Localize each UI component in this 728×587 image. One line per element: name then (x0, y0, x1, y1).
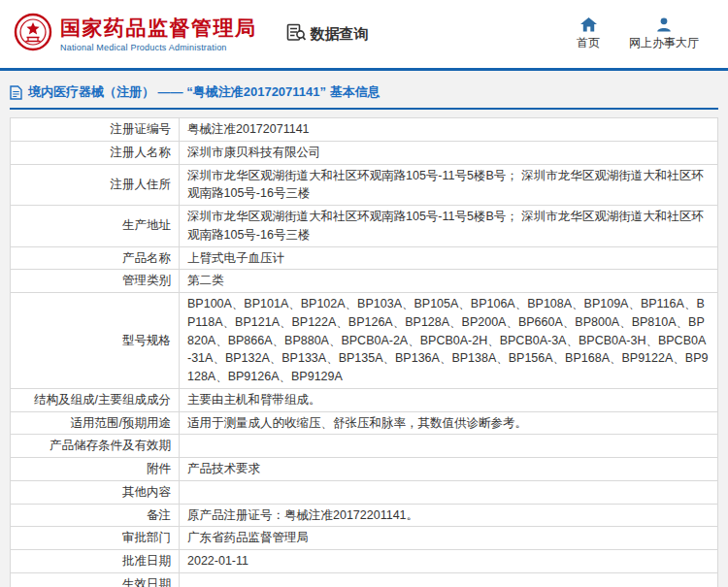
row-label: 产品储存条件及有效期 (11, 435, 180, 458)
document-icon (10, 85, 22, 100)
row-label-text: 适用范围/预期用途 (71, 416, 171, 430)
row-value: 广东省药品监督管理局 (180, 527, 718, 550)
table-row: 管理类别第二类 (11, 270, 718, 293)
row-value (180, 480, 718, 504)
row-label: 备注 (11, 504, 180, 527)
info-table: 注册证编号粤械注准20172071141注册人名称深圳市康贝科技有限公司注册人住… (10, 117, 718, 587)
site-subtitle: National Medical Products Administration (60, 43, 257, 52)
table-row: 适用范围/预期用途适用于测量成人的收缩压、舒张压和脉率，其数值供诊断参考。 (11, 411, 718, 435)
table-row: 备注原产品注册证号：粤械注准20172201141。 (11, 504, 718, 527)
row-label: 审批部门 (11, 527, 180, 550)
row-label: 批准日期 (11, 550, 180, 573)
home-icon (580, 16, 597, 32)
data-query-icon (286, 23, 306, 45)
row-label: 生效日期 (11, 572, 180, 587)
row-label: 注册证编号 (11, 118, 180, 142)
row-label-text: 其他内容 (122, 485, 171, 499)
row-label: 管理类别 (11, 270, 180, 293)
row-value: 深圳市龙华区观湖街道大和社区环观南路105号-11号5楼B号； 深圳市龙华区观湖… (180, 164, 718, 206)
row-label: 适用范围/预期用途 (11, 411, 180, 435)
logo-text: 国家药品监督管理局 National Medical Products Admi… (60, 16, 257, 51)
row-label-text: 审批部门 (122, 531, 171, 544)
row-value: 上臂式电子血压计 (180, 246, 718, 270)
table-row: 注册证编号粤械注准20172071141 (11, 118, 718, 142)
nav-service-hall-label: 网上办事大厅 (629, 35, 699, 51)
table-row: 生产地址深圳市龙华区观湖街道大和社区环观南路105号-11号5楼B号； 深圳市龙… (11, 206, 718, 247)
row-value (180, 435, 718, 458)
table-row: 结构及组成/主要组成成分主要由主机和臂带组成。 (11, 388, 718, 411)
row-value: 粤械注准20172071141 (180, 118, 718, 142)
table-row: 产品名称上臂式电子血压计 (11, 246, 718, 270)
data-query-label: 数据查询 (311, 25, 369, 44)
row-value: 主要由主机和臂带组成。 (180, 388, 718, 411)
row-label: 生产地址 (11, 206, 180, 247)
row-value (180, 572, 718, 587)
row-label-text: 型号规格 (122, 334, 171, 347)
nav-home[interactable]: 首页 (577, 16, 600, 51)
national-emblem-logo (14, 12, 52, 56)
row-label-text: 批准日期 (122, 554, 171, 568)
row-value: 深圳市龙华区观湖街道大和社区环观南路105号-11号5楼B号； 深圳市龙华区观湖… (180, 206, 718, 247)
content-area: 境内医疗器械（注册） —— “粤械注准20172071141” 基本信息 注册证… (0, 83, 728, 587)
row-label: 产品名称 (11, 246, 180, 270)
page: 国家药品监督管理局 National Medical Products Admi… (0, 0, 728, 587)
table-row: 注册人住所深圳市龙华区观湖街道大和社区环观南路105号-11号5楼B号； 深圳市… (11, 164, 718, 206)
table-row: 附件产品技术要求 (11, 458, 718, 481)
row-label-text: 产品名称 (122, 251, 171, 265)
row-label-text: 附件 (147, 462, 171, 475)
row-value: 2022-01-11 (180, 550, 718, 573)
nav-service-hall[interactable]: 网上办事大厅 (629, 16, 699, 51)
row-label-text: 产品储存条件及有效期 (50, 439, 171, 452)
row-label: 结构及组成/主要组成成分 (11, 388, 180, 411)
row-label: 注册人住所 (11, 164, 180, 206)
row-label-text: 注册证编号 (111, 122, 172, 136)
row-label-text: 注册人名称 (111, 146, 172, 159)
table-row: 生效日期 (11, 572, 718, 587)
data-query-tab[interactable]: 数据查询 (286, 23, 369, 45)
row-value: 产品技术要求 (180, 458, 718, 481)
row-value: 第二类 (180, 270, 718, 293)
row-label-text: 备注 (147, 508, 171, 522)
row-label-text: 注册人住所 (111, 178, 172, 191)
person-icon (656, 16, 672, 32)
nav-home-label: 首页 (577, 35, 600, 51)
table-row: 其他内容 (11, 480, 718, 504)
header-nav: 首页 网上办事大厅 (577, 16, 714, 51)
row-label-text: 管理类别 (122, 274, 171, 287)
table-row: 批准日期2022-01-11 (11, 550, 718, 573)
row-label: 注册人名称 (11, 141, 180, 164)
breadcrumb: 境内医疗器械（注册） —— “粤械注准20172071141” 基本信息 (10, 83, 718, 110)
row-label-text: 生产地址 (122, 218, 171, 232)
row-value: 适用于测量成人的收缩压、舒张压和脉率，其数值供诊断参考。 (180, 411, 718, 435)
info-table-body: 注册证编号粤械注准20172071141注册人名称深圳市康贝科技有限公司注册人住… (11, 118, 718, 587)
table-row: 型号规格BP100A、BP101A、BP102A、BP103A、BP105A、B… (11, 293, 718, 389)
table-row: 审批部门广东省药品监督管理局 (11, 527, 718, 550)
row-value: BP100A、BP101A、BP102A、BP103A、BP105A、BP106… (180, 293, 718, 389)
table-row: 注册人名称深圳市康贝科技有限公司 (11, 141, 718, 164)
row-label: 其他内容 (11, 480, 180, 504)
site-logo[interactable]: 国家药品监督管理局 National Medical Products Admi… (14, 12, 257, 56)
row-label: 附件 (11, 458, 180, 481)
row-value: 深圳市康贝科技有限公司 (180, 141, 718, 164)
row-label-text: 生效日期 (122, 577, 171, 587)
breadcrumb-text: 境内医疗器械（注册） —— “粤械注准20172071141” 基本信息 (28, 83, 381, 101)
row-label: 型号规格 (11, 293, 180, 389)
site-header: 国家药品监督管理局 National Medical Products Admi… (0, 0, 728, 71)
row-value: 原产品注册证号：粤械注准20172201141。 (180, 504, 718, 527)
table-row: 产品储存条件及有效期 (11, 435, 718, 458)
site-title: 国家药品监督管理局 (60, 16, 257, 40)
row-label-text: 结构及组成/主要组成成分 (34, 393, 171, 407)
